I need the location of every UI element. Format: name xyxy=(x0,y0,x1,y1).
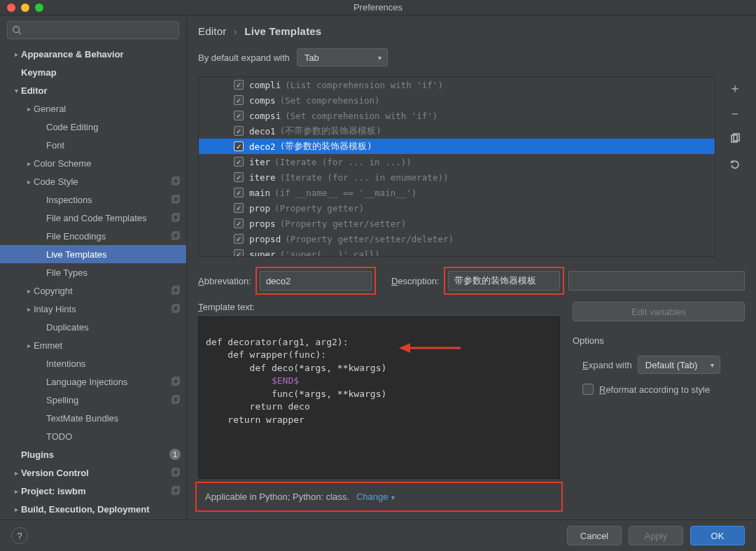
sidebar-item-code-editing[interactable]: Code Editing xyxy=(0,118,186,136)
reformat-checkbox[interactable] xyxy=(582,384,594,395)
expand-with-combo[interactable]: Tab ▾ xyxy=(297,48,388,67)
template-list[interactable]: compli (List comprehension with 'if')com… xyxy=(198,76,715,257)
sidebar-item-duplicates[interactable]: Duplicates xyxy=(0,318,186,336)
sidebar-item-file-encodings[interactable]: File Encodings xyxy=(0,227,186,245)
sidebar-item-general[interactable]: ▸General xyxy=(0,99,186,118)
settings-sidebar: ▸Appearance & BehaviorKeymap▾Editor▸Gene… xyxy=(0,15,187,519)
template-checkbox[interactable] xyxy=(234,203,244,213)
expand-with-option-combo[interactable]: Default (Tab) ▾ xyxy=(638,356,720,374)
scheme-icon xyxy=(171,486,181,496)
template-item-prop[interactable]: prop (Property getter) xyxy=(199,200,715,216)
template-item-main[interactable]: main (if __name__ == '__main__') xyxy=(199,185,715,200)
minimize-icon[interactable] xyxy=(21,4,29,12)
sidebar-item-label: Inlay Hints xyxy=(34,304,167,314)
sidebar-item-label: Editor xyxy=(21,85,181,96)
template-item-compli[interactable]: compli (List comprehension with 'if') xyxy=(199,77,715,92)
search-input[interactable] xyxy=(7,21,179,39)
ok-button[interactable]: OK xyxy=(690,526,745,545)
template-checkbox[interactable] xyxy=(234,234,244,244)
template-checkbox[interactable] xyxy=(234,249,244,257)
sidebar-item-language-injections[interactable]: Language Injections xyxy=(0,372,186,391)
template-item-super[interactable]: super ('super(...)' call) xyxy=(199,246,715,257)
close-icon[interactable] xyxy=(7,4,15,12)
settings-tree[interactable]: ▸Appearance & BehaviorKeymap▾Editor▸Gene… xyxy=(0,45,186,519)
sidebar-item-plugins[interactable]: Plugins1 xyxy=(0,445,186,463)
scheme-icon xyxy=(171,231,181,241)
description-label: Description: xyxy=(391,276,440,286)
chevron-right-icon: ▸ xyxy=(24,160,34,167)
sidebar-item-spelling[interactable]: Spelling xyxy=(0,391,186,409)
cancel-button[interactable]: Cancel xyxy=(567,526,622,545)
description-input-overflow[interactable] xyxy=(568,271,745,291)
template-item-itere[interactable]: itere (Iterate (for ... in enumerate)) xyxy=(199,169,715,185)
svg-rect-17 xyxy=(174,396,179,402)
template-desc: (Set comprehension) xyxy=(280,95,380,106)
scheme-icon xyxy=(171,286,181,295)
remove-template-button[interactable]: － xyxy=(727,106,743,121)
sidebar-item-keymap[interactable]: Keymap xyxy=(0,63,186,81)
sidebar-item-label: File and Code Templates xyxy=(46,213,167,223)
svg-rect-19 xyxy=(174,468,179,475)
template-text-editor[interactable]: def decorator(arg1, arg2): def wrapper(f… xyxy=(198,316,560,479)
svg-rect-20 xyxy=(172,488,178,494)
sidebar-item-editor[interactable]: ▾Editor xyxy=(0,81,186,99)
template-item-propsd[interactable]: propsd (Property getter/setter/deleter) xyxy=(199,231,715,246)
breadcrumb-root: Editor xyxy=(198,25,226,37)
template-item-iter[interactable]: iter (Iterate (for ... in ...)) xyxy=(199,154,715,169)
sidebar-item-textmate-bundles[interactable]: TextMate Bundles xyxy=(0,409,186,427)
chevron-right-icon: › xyxy=(234,25,237,37)
zoom-icon[interactable] xyxy=(35,4,43,12)
template-item-comps[interactable]: comps (Set comprehension) xyxy=(199,92,715,108)
sidebar-item-version-control[interactable]: ▸Version Control xyxy=(0,463,186,482)
template-item-props[interactable]: props (Property getter/setter) xyxy=(199,216,715,231)
sidebar-item-build-execution-deployment[interactable]: ▸Build, Execution, Deployment xyxy=(0,500,186,518)
chevron-down-icon: ▾ xyxy=(391,494,395,501)
scheme-icon xyxy=(171,304,181,314)
template-checkbox[interactable] xyxy=(234,188,244,197)
revert-button[interactable] xyxy=(727,156,743,172)
abbreviation-input[interactable] xyxy=(260,271,372,291)
sidebar-item-color-scheme[interactable]: ▸Color Scheme xyxy=(0,154,186,172)
template-name: itere xyxy=(249,172,276,183)
sidebar-item-code-style[interactable]: ▸Code Style xyxy=(0,172,186,190)
apply-button[interactable]: Apply xyxy=(629,526,683,545)
template-item-deco2[interactable]: deco2 (带参数的装饰器模板) xyxy=(199,139,715,154)
template-checkbox[interactable] xyxy=(234,95,244,105)
svg-rect-16 xyxy=(172,397,178,403)
template-checkbox[interactable] xyxy=(234,141,244,151)
sidebar-item-font[interactable]: Font xyxy=(0,136,186,154)
sidebar-item-file-types[interactable]: File Types xyxy=(0,263,186,281)
duplicate-template-button[interactable] xyxy=(727,131,743,146)
template-name: compsi xyxy=(249,111,281,121)
description-input[interactable] xyxy=(448,271,560,291)
sidebar-item-file-and-code-templates[interactable]: File and Code Templates xyxy=(0,209,186,227)
template-desc: (if __name__ == '__main__') xyxy=(274,188,416,198)
sidebar-item-label: Duplicates xyxy=(46,322,181,333)
template-desc: (Property getter/setter/deleter) xyxy=(285,234,454,244)
svg-rect-5 xyxy=(174,195,179,202)
template-checkbox[interactable] xyxy=(234,157,244,167)
add-template-button[interactable]: ＋ xyxy=(727,81,743,96)
template-checkbox[interactable] xyxy=(234,218,244,228)
sidebar-item-appearance-behavior[interactable]: ▸Appearance & Behavior xyxy=(0,45,186,63)
template-checkbox[interactable] xyxy=(234,126,244,136)
help-button[interactable]: ? xyxy=(11,527,28,544)
sidebar-item-project-iswbm[interactable]: ▸Project: iswbm xyxy=(0,482,186,500)
sidebar-item-inspections[interactable]: Inspections xyxy=(0,190,186,209)
applicable-contexts: Applicable in Python; Python: class. Cha… xyxy=(198,484,560,509)
template-checkbox[interactable] xyxy=(234,111,244,120)
template-item-deco1[interactable]: deco1 (不带参数的装饰器模板) xyxy=(199,123,715,139)
template-checkbox[interactable] xyxy=(234,172,244,182)
sidebar-item-inlay-hints[interactable]: ▸Inlay Hints xyxy=(0,300,186,318)
template-name: prop xyxy=(249,203,270,214)
sidebar-item-intentions[interactable]: Intentions xyxy=(0,354,186,372)
search-icon xyxy=(12,25,22,35)
sidebar-item-live-templates[interactable]: Live Templates xyxy=(0,245,186,263)
sidebar-item-emmet[interactable]: ▸Emmet xyxy=(0,336,186,354)
change-context-link[interactable]: Change▾ xyxy=(356,491,395,502)
template-item-compsi[interactable]: compsi (Set comprehension with 'if') xyxy=(199,108,715,123)
template-checkbox[interactable] xyxy=(234,80,244,90)
edit-variables-button[interactable]: Edit variables xyxy=(573,302,745,321)
sidebar-item-copyright[interactable]: ▸Copyright xyxy=(0,281,186,300)
sidebar-item-todo[interactable]: TODO xyxy=(0,427,186,445)
